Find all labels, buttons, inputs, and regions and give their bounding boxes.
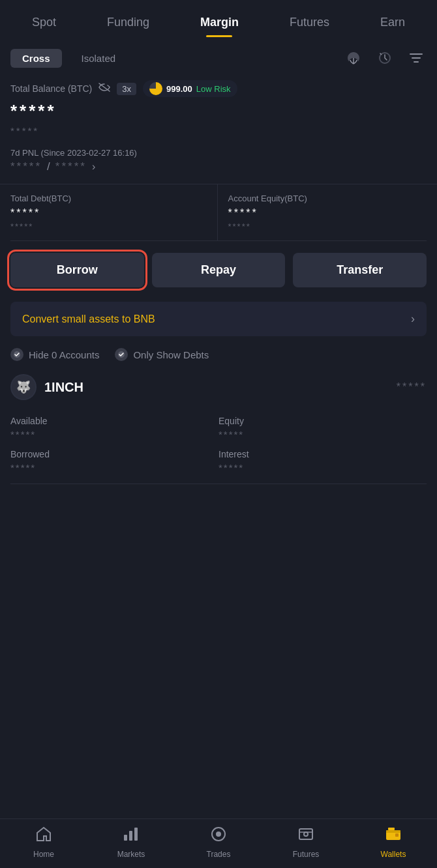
balance-label-row: Total Balance (BTC) 3x 999.00 Low Risk [10, 80, 427, 97]
bottom-nav-futures[interactable]: Futures [280, 826, 332, 859]
leverage-badge: 3x [117, 83, 136, 95]
futures-label: Futures [293, 850, 320, 859]
show-debts-label: Only Show Debts [133, 349, 209, 360]
filter-row: Hide 0 Accounts Only Show Debts [10, 348, 427, 361]
hide-accounts-check [10, 348, 23, 361]
home-label: Home [33, 850, 54, 859]
yield-icon[interactable] [343, 48, 364, 68]
wallets-icon [385, 826, 402, 847]
asset-details: Available ***** Equity ***** Borrowed **… [10, 416, 427, 484]
debt-equity-row: Total Debt(BTC) ***** ***** Account Equi… [10, 184, 427, 241]
pnl-separator: / [47, 160, 50, 173]
bottom-nav-trades[interactable]: Trades [192, 826, 245, 859]
transfer-button[interactable]: Transfer [293, 253, 427, 287]
debt-stars: ***** [10, 207, 209, 219]
tab-spot[interactable]: Spot [25, 10, 63, 35]
svg-point-14 [304, 832, 308, 836]
convert-text: Convert small assets to BNB [22, 313, 155, 325]
svg-text:🐺: 🐺 [16, 380, 31, 394]
risk-badge: 999.00 Low Risk [143, 80, 237, 97]
bottom-nav-home[interactable]: Home [18, 826, 70, 859]
equity-label: Account Equity(BTC) [228, 194, 427, 203]
bottom-nav-wallets[interactable]: Wallets [367, 826, 419, 859]
available-detail: Available ***** [10, 416, 218, 440]
bottom-nav-markets[interactable]: Markets [105, 826, 157, 859]
wallets-label: Wallets [381, 850, 406, 859]
debt-label: Total Debt(BTC) [10, 194, 209, 203]
risk-label: Low Risk [196, 84, 231, 94]
svg-rect-18 [386, 830, 400, 833]
tab-earn[interactable]: Earn [374, 10, 412, 35]
trades-icon [210, 826, 227, 847]
futures-icon [297, 826, 314, 847]
account-type-row: Cross Isolated [10, 48, 427, 68]
balance-label: Total Balance (BTC) [10, 83, 92, 94]
asset-name-group: 🐺 1INCH [10, 374, 83, 400]
asset-balance-stars: ***** [397, 381, 427, 393]
equity-stars: ***** [228, 207, 427, 219]
equity-label: Equity [218, 416, 427, 426]
bottom-navigation: Home Markets Trades Future [0, 818, 437, 868]
available-label: Available [10, 416, 218, 426]
show-debts-check [115, 348, 128, 361]
hide-balance-icon[interactable] [98, 83, 110, 94]
borrowed-detail: Borrowed ***** [10, 449, 218, 473]
interest-detail: Interest ***** [218, 449, 427, 473]
cross-toggle[interactable]: Cross [10, 49, 62, 68]
settings-icon[interactable] [406, 48, 427, 68]
tab-funding[interactable]: Funding [100, 10, 156, 35]
equity-detail: Equity ***** [218, 416, 427, 440]
risk-icon [149, 82, 162, 95]
available-value: ***** [10, 429, 218, 440]
balance-sub-stars: ***** [10, 125, 427, 136]
pnl-label: 7d PNL (Since 2023-02-27 16:16) [10, 148, 427, 158]
toggle-group: Cross Isolated [10, 49, 343, 68]
equity-column: Account Equity(BTC) ***** ***** [218, 184, 427, 240]
asset-row-1inch: 🐺 1INCH ***** [10, 374, 427, 405]
show-debts-filter[interactable]: Only Show Debts [115, 348, 209, 361]
convert-arrow-icon: › [411, 312, 415, 326]
equity-sub-stars: ***** [228, 222, 427, 231]
asset-name-label: 1INCH [44, 380, 83, 395]
risk-value: 999.00 [166, 84, 192, 94]
borrowed-value: ***** [10, 462, 218, 473]
isolated-toggle[interactable]: Isolated [70, 49, 128, 68]
svg-rect-19 [388, 828, 395, 830]
svg-rect-13 [299, 829, 312, 839]
svg-point-12 [216, 832, 221, 837]
borrowed-label: Borrowed [10, 449, 218, 459]
markets-label: Markets [117, 850, 145, 859]
home-icon [35, 826, 52, 847]
markets-icon [123, 826, 140, 847]
debt-column: Total Debt(BTC) ***** ***** [10, 184, 218, 240]
pnl-arrow-icon[interactable]: › [92, 161, 95, 173]
debt-sub-stars: ***** [10, 222, 209, 231]
action-buttons: Borrow Repay Transfer [10, 241, 427, 299]
svg-rect-10 [134, 828, 138, 841]
top-navigation: Spot Funding Margin Futures Earn [0, 0, 437, 35]
repay-button[interactable]: Repay [152, 253, 286, 287]
interest-label: Interest [218, 449, 427, 459]
svg-rect-8 [124, 835, 127, 841]
svg-rect-9 [129, 831, 132, 841]
asset-icon-1inch: 🐺 [10, 374, 37, 400]
interest-value: ***** [218, 462, 427, 473]
balance-stars: ***** [10, 101, 427, 121]
pnl-row: ***** / ***** › [10, 160, 427, 173]
hide-accounts-filter[interactable]: Hide 0 Accounts [10, 348, 99, 361]
borrow-button[interactable]: Borrow [10, 253, 144, 287]
history-icon[interactable] [374, 48, 395, 68]
svg-rect-17 [395, 833, 399, 837]
convert-banner[interactable]: Convert small assets to BNB › [10, 302, 427, 336]
hide-accounts-label: Hide 0 Accounts [29, 349, 99, 360]
trades-label: Trades [207, 850, 231, 859]
tab-futures[interactable]: Futures [283, 10, 336, 35]
pnl-stars-1: ***** [10, 160, 42, 173]
pnl-stars-2: ***** [55, 160, 87, 173]
equity-value: ***** [218, 429, 427, 440]
tab-margin[interactable]: Margin [194, 10, 245, 35]
icon-group [343, 48, 427, 68]
